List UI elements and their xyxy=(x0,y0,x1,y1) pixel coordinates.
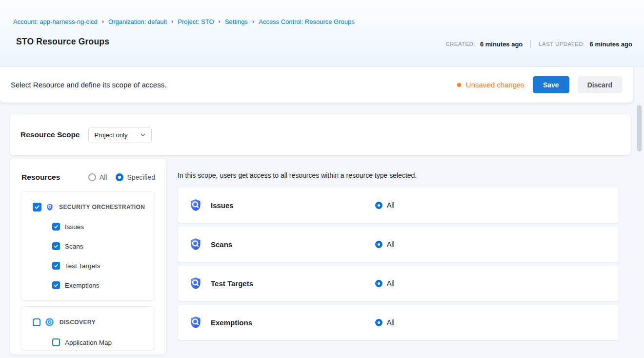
resources-radio-specified[interactable]: Specified xyxy=(116,173,155,181)
resource-row-title: Test Targets xyxy=(211,279,375,288)
resource-group-discovery: DISCOVERY Application Map xyxy=(20,306,155,351)
all-radio-label: All xyxy=(387,279,395,287)
unsaved-changes-label: Unsaved changes xyxy=(466,81,524,89)
resource-row-scans: Scans All xyxy=(178,227,619,262)
breadcrumb-account-link[interactable]: Account: app-harness-ng-cicd xyxy=(13,18,98,25)
tree-item-label: Exemptions xyxy=(65,282,100,289)
discovery-checkbox[interactable] xyxy=(33,318,40,326)
sto-shield-icon xyxy=(46,203,54,211)
chevron-down-icon xyxy=(140,132,146,138)
all-radio[interactable] xyxy=(375,241,382,248)
toolbar-description: Select Resource and define its scope of … xyxy=(11,81,166,89)
page-header: Account: app-harness-ng-cicd › Organizat… xyxy=(0,0,644,66)
resources-radio-all[interactable]: All xyxy=(88,173,107,181)
resource-row-issues: Issues All xyxy=(178,188,619,223)
tree-item-label: Test Targets xyxy=(65,262,101,270)
all-radio-label: All xyxy=(387,318,395,326)
resources-header: Resources All Specified xyxy=(10,159,166,182)
tree-item-issues[interactable]: Issues xyxy=(52,217,155,236)
tree-item-label: Issues xyxy=(65,223,84,231)
group-children: Issues Scans Test Targets Exemptions xyxy=(52,217,155,295)
resources-radio-all-label: All xyxy=(100,173,107,181)
resources-radio-specified-label: Specified xyxy=(127,173,155,181)
tree-item-label: Scans xyxy=(65,243,83,250)
application-map-checkbox[interactable] xyxy=(52,338,60,346)
breadcrumb-chevron-icon: › xyxy=(219,18,221,25)
resource-row-test-targets: Test Targets All xyxy=(178,266,619,301)
resource-scope-label: Resource Scope xyxy=(20,130,80,139)
all-radio-label: All xyxy=(387,240,395,248)
issues-checkbox[interactable] xyxy=(52,223,60,231)
unsaved-changes-indicator: Unsaved changes xyxy=(457,81,524,89)
tree-item-test-targets[interactable]: Test Targets xyxy=(52,256,155,275)
scans-checkbox[interactable] xyxy=(52,242,60,250)
resources-title: Resources xyxy=(21,173,60,182)
exemptions-checkbox[interactable] xyxy=(52,281,60,289)
created-label: CREATED: xyxy=(445,41,475,47)
tree-item-label: Application Map xyxy=(65,339,112,346)
resource-row-title: Exemptions xyxy=(211,318,375,327)
breadcrumb-resource-groups-link[interactable]: Access Control: Resource Groups xyxy=(259,18,355,25)
resource-scope-card: Resource Scope Project only xyxy=(10,114,631,155)
security-orchestration-checkbox[interactable] xyxy=(33,203,41,211)
meta-divider xyxy=(530,40,531,48)
discovery-target-icon xyxy=(45,317,54,327)
tree-item-scans[interactable]: Scans xyxy=(52,236,155,256)
test-targets-checkbox[interactable] xyxy=(52,262,60,270)
all-radio[interactable] xyxy=(375,319,382,326)
last-updated-value: 6 minutes ago xyxy=(590,41,632,48)
last-updated-label: LAST UPDATED: xyxy=(539,41,584,47)
resource-row-title: Issues xyxy=(211,201,375,210)
save-button[interactable]: Save xyxy=(533,76,569,93)
all-radio[interactable] xyxy=(375,280,382,287)
radio-icon[interactable] xyxy=(116,173,123,181)
scope-description: In this scope, users get access to all r… xyxy=(178,171,417,179)
sto-shield-icon xyxy=(189,276,202,290)
sto-shield-icon xyxy=(189,237,202,251)
group-row-discovery[interactable]: DISCOVERY xyxy=(21,307,155,327)
group-row-security-orchestration[interactable]: SECURITY ORCHESTRATION xyxy=(21,192,155,211)
resource-group-security-orchestration: SECURITY ORCHESTRATION Issues Scans Test… xyxy=(20,191,155,301)
resource-scope-select[interactable]: Project only xyxy=(88,127,152,143)
breadcrumb-chevron-icon: › xyxy=(252,18,254,25)
sto-shield-icon xyxy=(189,316,202,329)
breadcrumb-chevron-icon: › xyxy=(171,18,173,25)
all-radio[interactable] xyxy=(375,202,382,209)
unsaved-dot-icon xyxy=(457,83,461,87)
resource-scope-selected-value: Project only xyxy=(94,131,127,139)
breadcrumb-organization-link[interactable]: Organization: default xyxy=(108,18,167,25)
group-label: DISCOVERY xyxy=(60,319,96,326)
page-title: STO Resource Groups xyxy=(16,37,109,47)
tree-item-application-map[interactable]: Application Map xyxy=(52,333,155,352)
resource-row-exemptions: Exemptions All xyxy=(178,305,619,340)
sto-shield-icon xyxy=(189,198,202,212)
vertical-scrollbar-thumb[interactable] xyxy=(637,105,642,151)
radio-icon[interactable] xyxy=(88,173,96,181)
created-value: 6 minutes ago xyxy=(480,41,523,48)
discard-button[interactable]: Discard xyxy=(578,76,622,93)
action-toolbar: Select Resource and define its scope of … xyxy=(0,67,633,103)
all-radio-label: All xyxy=(387,201,395,209)
group-children: Application Map xyxy=(52,333,155,352)
toolbar-actions: Unsaved changes Save Discard xyxy=(457,76,622,93)
breadcrumb-settings-link[interactable]: Settings xyxy=(225,18,248,25)
group-label: SECURITY ORCHESTRATION xyxy=(59,204,145,211)
breadcrumb-chevron-icon: › xyxy=(102,18,104,25)
resource-row-title: Scans xyxy=(211,240,375,249)
header-meta: CREATED: 6 minutes ago LAST UPDATED: 6 m… xyxy=(445,40,632,48)
breadcrumb-project-link[interactable]: Project: STO xyxy=(178,18,214,25)
resources-panel: Resources All Specified SECURITY ORCHEST… xyxy=(10,159,166,355)
tree-item-exemptions[interactable]: Exemptions xyxy=(52,275,155,295)
breadcrumb: Account: app-harness-ng-cicd › Organizat… xyxy=(13,18,355,25)
